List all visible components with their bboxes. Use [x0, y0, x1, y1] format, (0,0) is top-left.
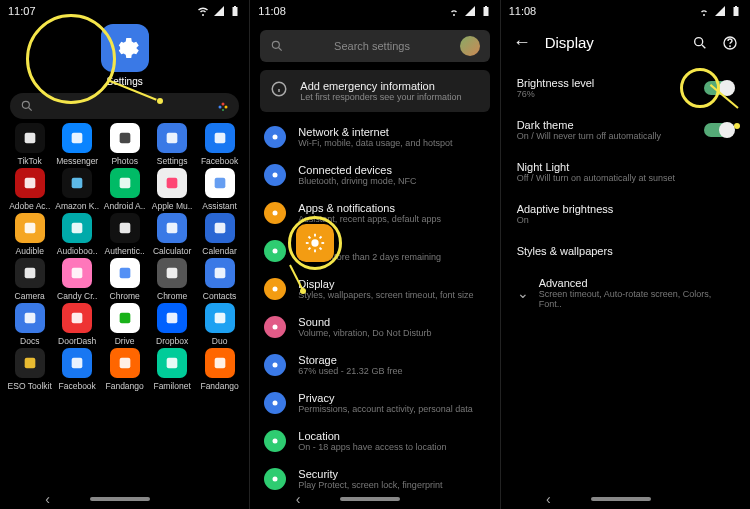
settings-item-battery[interactable]: Battery100% - More than 2 days remaining — [250, 232, 499, 270]
app-label: Familonet — [153, 381, 190, 391]
app-icon — [157, 168, 187, 198]
settings-item-icon — [264, 392, 286, 414]
toggle[interactable] — [704, 81, 734, 95]
display-item-dark-theme[interactable]: Dark themeOn / Will never turn off autom… — [501, 109, 750, 151]
app-label: Calculator — [153, 246, 191, 256]
svg-point-60 — [695, 37, 703, 45]
nav-home-pill[interactable] — [90, 497, 150, 501]
nav-back-icon[interactable]: ‹ — [296, 491, 301, 507]
app-calculator[interactable]: Calculator — [148, 213, 195, 256]
app-icon — [205, 258, 235, 288]
display-item-adaptive-brightness[interactable]: Adaptive brightnessOn — [501, 193, 750, 235]
brightness-bubble[interactable] — [296, 224, 334, 262]
app-chrome[interactable]: Chrome — [101, 258, 148, 301]
settings-item-connected-devices[interactable]: Connected devicesBluetooth, driving mode… — [250, 156, 499, 194]
app-label: Assistant — [202, 201, 237, 211]
nav-home-pill[interactable] — [340, 497, 400, 501]
app-contacts[interactable]: Contacts — [196, 258, 243, 301]
avatar[interactable] — [460, 36, 480, 56]
app-tiktok[interactable]: TikTok — [6, 123, 53, 166]
settings-item-icon — [264, 126, 286, 148]
app-familonet[interactable]: Familonet — [148, 348, 195, 391]
nav-back-icon[interactable]: ‹ — [546, 491, 551, 507]
nav-home-pill[interactable] — [591, 497, 651, 501]
toggle[interactable] — [704, 123, 734, 137]
app-candycr[interactable]: Candy Cr.. — [53, 258, 100, 301]
app-doordash[interactable]: DoorDash — [53, 303, 100, 346]
search-settings[interactable]: Search settings — [260, 30, 489, 62]
app-label: ESO Toolkit — [8, 381, 52, 391]
app-facebook[interactable]: Facebook — [53, 348, 100, 391]
svg-line-59 — [320, 236, 322, 238]
app-photos[interactable]: Photos — [101, 123, 148, 166]
app-docs[interactable]: Docs — [6, 303, 53, 346]
app-fandango[interactable]: Fandango — [196, 348, 243, 391]
settings-item-display[interactable]: DisplayStyles, wallpapers, screen timeou… — [250, 270, 499, 308]
help-icon[interactable] — [722, 35, 738, 51]
app-fandango[interactable]: Fandango — [101, 348, 148, 391]
emergency-card[interactable]: Add emergency information Let first resp… — [260, 70, 489, 112]
display-item-night-light[interactable]: Night LightOff / Will turn on automatica… — [501, 151, 750, 193]
app-icon — [157, 123, 187, 153]
app-label: Chrome — [110, 291, 140, 301]
svg-point-50 — [273, 477, 278, 482]
svg-rect-19 — [167, 223, 178, 234]
app-applemu[interactable]: Apple Mu.. — [148, 168, 195, 211]
nav-bar: ‹ — [501, 489, 750, 509]
svg-rect-16 — [24, 223, 35, 234]
search-icon — [20, 99, 34, 113]
settings-item-network---internet[interactable]: Network & internetWi-Fi, mobile, data us… — [250, 118, 499, 156]
app-drive[interactable]: Drive — [101, 303, 148, 346]
settings-hero-label: Settings — [0, 76, 249, 87]
app-esotoolkit[interactable]: ESO Toolkit — [6, 348, 53, 391]
svg-rect-29 — [167, 313, 178, 324]
svg-point-48 — [273, 401, 278, 406]
app-icon — [62, 213, 92, 243]
status-bar: 11:08 — [501, 0, 750, 22]
app-calendar[interactable]: Calendar — [196, 213, 243, 256]
app-audible[interactable]: Audible — [6, 213, 53, 256]
display-item-brightness-level[interactable]: Brightness level76% — [501, 67, 750, 109]
svg-rect-32 — [72, 358, 83, 369]
app-settings[interactable]: Settings — [148, 123, 195, 166]
settings-hero-icon[interactable] — [101, 24, 149, 72]
app-icon — [62, 168, 92, 198]
app-duo[interactable]: Duo — [196, 303, 243, 346]
settings-item-apps---notifications[interactable]: Apps & notificationsAssistant, recent ap… — [250, 194, 499, 232]
app-amazonk[interactable]: Amazon K.. — [53, 168, 100, 211]
app-audioboo[interactable]: Audioboo.. — [53, 213, 100, 256]
app-authentic[interactable]: Authentic.. — [101, 213, 148, 256]
app-messenger[interactable]: Messenger — [53, 123, 100, 166]
app-chrome[interactable]: Chrome — [148, 258, 195, 301]
settings-item-storage[interactable]: Storage67% used - 21.32 GB free — [250, 346, 499, 384]
app-adobeac[interactable]: Adobe Ac.. — [6, 168, 53, 211]
settings-item-title: Storage — [298, 354, 402, 366]
search-icon[interactable] — [692, 35, 708, 51]
settings-item-privacy[interactable]: PrivacyPermissions, account activity, pe… — [250, 384, 499, 422]
app-camera[interactable]: Camera — [6, 258, 53, 301]
app-dropbox[interactable]: Dropbox — [148, 303, 195, 346]
search-icon — [270, 39, 284, 53]
clock: 11:08 — [509, 5, 537, 17]
app-facebook[interactable]: Facebook — [196, 123, 243, 166]
svg-point-47 — [273, 363, 278, 368]
search-pill[interactable] — [10, 93, 239, 119]
app-icon — [15, 348, 45, 378]
display-item-styles---wallpapers[interactable]: Styles & wallpapers — [501, 235, 750, 267]
display-item-title: Advanced — [539, 277, 734, 289]
svg-rect-35 — [214, 358, 225, 369]
display-item-advanced[interactable]: ⌄AdvancedScreen timeout, Auto-rotate scr… — [501, 267, 750, 319]
app-icon — [62, 258, 92, 288]
settings-item-sound[interactable]: SoundVolume, vibration, Do Not Disturb — [250, 308, 499, 346]
app-assistant[interactable]: Assistant — [196, 168, 243, 211]
nav-bar: ‹ — [250, 489, 499, 509]
svg-rect-14 — [167, 178, 178, 189]
nav-back-icon[interactable]: ‹ — [45, 491, 50, 507]
back-arrow-icon[interactable]: ← — [513, 32, 531, 53]
svg-point-44 — [273, 249, 278, 254]
app-label: Amazon K.. — [55, 201, 99, 211]
settings-item-location[interactable]: LocationOn - 18 apps have access to loca… — [250, 422, 499, 460]
app-androida[interactable]: Android A.. — [101, 168, 148, 211]
svg-rect-26 — [24, 313, 35, 324]
assistant-icon[interactable] — [217, 100, 229, 112]
